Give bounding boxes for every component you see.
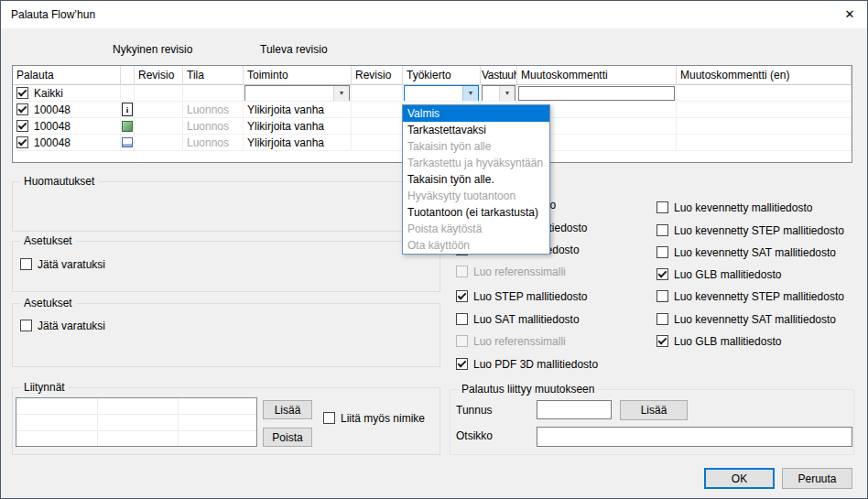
jata-varatuksi-option[interactable]: Jätä varatuksi	[20, 319, 105, 332]
liitynnat-lisaa-button[interactable]: Lisää	[263, 400, 312, 419]
model-icon	[122, 121, 133, 132]
liitynnat-poista-button[interactable]: Poista	[263, 428, 312, 447]
luo-glb-mallitiedosto-option[interactable]: Luo GLB mallitiedosto	[656, 267, 781, 281]
row-name: 100048	[34, 136, 71, 149]
huomautukset-label: Huomautukset	[20, 175, 98, 188]
vastuuhenkilo-combobox[interactable]: ▾	[482, 85, 515, 102]
luo-sat-mallitiedosto-checkbox[interactable]	[456, 313, 468, 325]
option-label: Luo kevennetty SAT mallitiedosto	[674, 313, 836, 326]
row-select-checkbox[interactable]	[16, 120, 28, 132]
luo-kevennetty-step-mallitiedosto-checkbox[interactable]	[656, 290, 668, 302]
tyokierto-combobox[interactable]: ▾	[404, 85, 479, 102]
cancel-button[interactable]: Peruuta	[782, 468, 852, 489]
dropdown-item-takaisin-tyon-alle-2[interactable]: Takaisin työn alle.	[403, 171, 549, 188]
cell-icon	[121, 135, 135, 151]
cell-palauta: 100048	[13, 135, 121, 151]
palautus-muutokseen-label: Palautus liittyy muutokseen	[458, 383, 598, 396]
toiminto-combobox[interactable]: ▾	[244, 85, 350, 102]
luo-glb-mallitiedosto-checkbox[interactable]	[656, 268, 668, 280]
column-header-tyokierto[interactable]: Työkierto	[403, 66, 481, 85]
cell-muutoskommentti	[517, 85, 677, 102]
dropdown-item-tarkastettavaksi[interactable]: Tarkastettavaksi	[403, 122, 549, 138]
column-header-toiminto[interactable]: Toiminto	[244, 66, 352, 85]
muutoskommentti-input[interactable]	[518, 86, 675, 101]
option-label: Luo GLB mallitiedosto	[674, 268, 781, 281]
column-header-muutoskommentti[interactable]: Muutoskommentti	[517, 66, 677, 85]
tyokierto-dropdown-list: Valmis Tarkastettavaksi Takaisin työn al…	[402, 104, 550, 255]
cell-icon	[121, 118, 135, 135]
column-header-vastuuhenkilo[interactable]: Vastuuh...	[481, 66, 517, 85]
row-select-checkbox[interactable]	[16, 87, 28, 99]
cell-revisio2	[352, 118, 403, 135]
luo-kevennetty-mallitiedosto-checkbox[interactable]	[656, 201, 668, 213]
luo-kevennetty-sat-mallitiedosto-option-2[interactable]: Luo kevennetty SAT mallitiedosto	[656, 312, 836, 326]
luo-glb-mallitiedosto-option-2[interactable]: Luo GLB mallitiedosto	[656, 334, 781, 348]
column-header-muutoskommentti-en[interactable]: Muutoskommentti (en)	[677, 66, 852, 85]
luo-step-mallitiedosto-option-2[interactable]: Luo STEP mallitiedosto	[456, 289, 588, 303]
cell-muutoskommentti-en	[677, 102, 852, 118]
table-row-kaikki[interactable]: Kaikki ▾ ▾ ▾	[13, 85, 852, 102]
column-header-revisio[interactable]: Revisio	[135, 66, 183, 85]
column-header-palauta[interactable]: Palauta	[13, 66, 121, 85]
dropdown-item-valmis[interactable]: Valmis	[403, 105, 549, 122]
luo-pdf-3d-mallitiedosto-checkbox[interactable]	[456, 358, 468, 370]
luo-kevennetty-sat-mallitiedosto-checkbox[interactable]	[656, 313, 668, 325]
drawing-icon	[122, 137, 133, 147]
tunnus-label: Tunnus	[456, 404, 493, 417]
liitynnat-list[interactable]	[16, 397, 257, 447]
asetukset-group-2: Asetukset Jätä varatuksi	[12, 303, 440, 367]
chevron-down-icon: ▾	[333, 86, 349, 101]
cell-revisio2	[352, 85, 403, 102]
cell-toiminto: ▾	[244, 85, 352, 102]
muutos-lisaa-button[interactable]: Lisää	[620, 400, 688, 420]
row-select-checkbox[interactable]	[16, 136, 28, 148]
luo-referenssimalli-option-2: Luo referenssimalli	[456, 334, 566, 348]
liita-myos-nimike-option[interactable]: Liitä myös nimike	[323, 411, 425, 425]
cell-muutoskommentti-en	[677, 85, 852, 102]
info-icon: i	[122, 103, 133, 116]
close-button[interactable]: ✕	[832, 1, 867, 27]
luo-kevennetty-mallitiedosto-option[interactable]: Luo kevennetty mallitiedosto	[656, 201, 812, 214]
otsikko-input[interactable]	[537, 427, 852, 447]
option-label: Luo kevennetty SAT mallitiedosto	[674, 246, 836, 259]
chevron-down-icon: ▾	[499, 86, 515, 101]
luo-kevennetty-step-mallitiedosto-option-2[interactable]: Luo kevennetty STEP mallitiedosto	[656, 289, 844, 303]
luo-referenssimalli-option: Luo referenssimalli	[456, 265, 566, 278]
luo-sat-mallitiedosto-option-2[interactable]: Luo SAT mallitiedosto	[456, 312, 580, 326]
cell-tila	[183, 85, 244, 102]
liita-myos-nimike-label: Liitä myös nimike	[341, 412, 425, 425]
cell-toiminto: Ylikirjoita vanha	[244, 118, 352, 135]
luo-referenssimalli-checkbox	[456, 335, 468, 347]
dropdown-item-poista-kaytosta: Poista käytöstä	[403, 221, 549, 237]
luo-kevennetty-step-mallitiedosto-option[interactable]: Luo kevennetty STEP mallitiedosto	[656, 223, 844, 237]
option-label: Luo kevennetty mallitiedosto	[674, 201, 812, 214]
dialog-title: Palauta Flow’hun	[1, 8, 95, 21]
luo-kevennetty-step-mallitiedosto-checkbox[interactable]	[656, 224, 668, 236]
column-header-icon[interactable]	[121, 66, 135, 85]
ok-button[interactable]: OK	[704, 468, 775, 489]
luo-referenssimalli-checkbox	[456, 266, 468, 277]
luo-kevennetty-sat-mallitiedosto-option[interactable]: Luo kevennetty SAT mallitiedosto	[656, 245, 836, 259]
dropdown-item-tuotantoon-ei-tarkastusta[interactable]: Tuotantoon (ei tarkastusta)	[403, 204, 549, 221]
option-label: Luo kevennetty STEP mallitiedosto	[674, 224, 844, 237]
jata-varatuksi-option[interactable]: Jätä varatuksi	[20, 257, 105, 271]
luo-pdf-3d-mallitiedosto-option[interactable]: Luo PDF 3D mallitiedosto	[456, 357, 598, 371]
palauta-flowhun-dialog: Palauta Flow’hun ✕ Nykyinen revisio Tule…	[0, 0, 868, 499]
liita-myos-nimike-checkbox[interactable]	[323, 412, 335, 424]
option-label: Luo STEP mallitiedosto	[473, 290, 588, 303]
column-header-revisio2[interactable]: Revisio	[352, 66, 403, 85]
luo-step-mallitiedosto-checkbox[interactable]	[456, 290, 468, 302]
dropdown-item-ota-kayttoon: Ota käyttöön	[403, 237, 549, 254]
luo-glb-mallitiedosto-checkbox[interactable]	[656, 335, 668, 347]
row-select-checkbox[interactable]	[16, 103, 28, 115]
dropdown-item-tarkastettu-ja-hyvaksyntaan: Tarkastettu ja hyväksyntään	[403, 155, 549, 171]
luo-kevennetty-sat-mallitiedosto-checkbox[interactable]	[656, 246, 668, 258]
jata-varatuksi-checkbox[interactable]	[20, 320, 32, 331]
cell-revisio	[135, 135, 183, 151]
tunnus-input[interactable]	[537, 400, 612, 419]
cell-tila: Luonnos	[183, 118, 244, 135]
cell-revisio2	[352, 135, 403, 151]
column-header-tila[interactable]: Tila	[183, 66, 244, 85]
grid-line	[16, 430, 256, 431]
jata-varatuksi-checkbox[interactable]	[20, 258, 32, 270]
